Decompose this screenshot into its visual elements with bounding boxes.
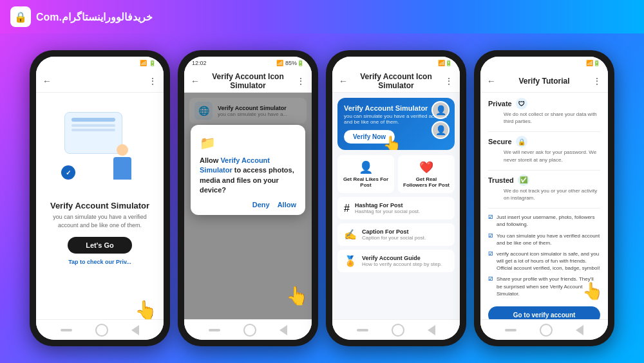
phone-4: 📶🔋 ← Verify Tutorial ⋮ Private 🛡 We do n…: [474, 50, 614, 346]
folder-icon: 📁: [200, 135, 296, 151]
menu-icon[interactable]: ⋮: [148, 76, 157, 86]
privacy-text: Tap to check our: [68, 259, 116, 265]
check-icon-3: ☑: [488, 250, 493, 272]
phone-2-app-bar: ← Verify Account Icon Simulator ⋮: [184, 70, 312, 93]
phone-1-screen: 📶🔋 ← ⋮ ✓: [36, 57, 164, 340]
deny-button[interactable]: Deny: [252, 201, 270, 209]
divider-3: [488, 208, 600, 209]
permission-buttons: Deny Allow: [200, 201, 296, 209]
splash-illustration: ✓: [55, 106, 145, 196]
top-banner: 🔒 خریدفالووراینستاگرام.Com: [0, 0, 644, 33]
back-icon-4[interactable]: ←: [487, 76, 496, 86]
caption-title: Caption For Post: [362, 228, 426, 235]
card-line-1: [71, 118, 115, 122]
trusted-desc: We do not track you or your other activi…: [488, 187, 600, 201]
nav-home-2[interactable]: [243, 324, 256, 337]
feature-followers[interactable]: ❤️ Get Real Followers For Post: [398, 155, 455, 193]
menu-icon-4[interactable]: ⋮: [592, 76, 601, 86]
person-head: [117, 144, 128, 156]
phone-4-app-bar: ← Verify Tutorial ⋮: [480, 70, 608, 93]
caption-feature[interactable]: ✍️ Caption For Post Caption for your soc…: [337, 223, 455, 246]
banner-title: خریدفالووراینستاگرام.Com: [36, 11, 153, 23]
nav-back-4[interactable]: [576, 325, 583, 335]
nav-recents-3[interactable]: [357, 329, 368, 331]
check-icon-2: ☑: [488, 232, 493, 247]
back-icon-3[interactable]: ←: [339, 76, 348, 86]
status-icons-4: 📶🔋: [586, 60, 600, 66]
feature-likes[interactable]: 👤 Get Real Likes For Post: [337, 155, 394, 193]
back-icon-2[interactable]: ←: [191, 76, 200, 86]
nav-recents-4[interactable]: [505, 329, 516, 331]
private-badge: 🛡: [516, 98, 527, 109]
menu-icon-2[interactable]: ⋮: [296, 76, 305, 86]
promo-card: Verify Account Simulator you can simulat…: [337, 98, 455, 150]
point-2-text: You can simulate you have a verified acc…: [497, 232, 600, 247]
nav-recents-2[interactable]: [209, 329, 220, 331]
secure-title: Secure 🔒: [488, 136, 600, 147]
phone-3-screen: 📶🔋 ← Verify Account Icon Simulator ⋮ Ver…: [332, 57, 460, 340]
lock-icon: 🔒: [10, 6, 31, 27]
guide-sub: How to verify account step by step.: [362, 261, 442, 267]
phone-3-nav-bar: [332, 319, 460, 340]
nav-back-3[interactable]: [428, 325, 435, 335]
hashtag-icon: #: [344, 203, 350, 214]
permission-title: Allow Verify Account Simulator to access…: [200, 156, 296, 196]
nav-recents[interactable]: [61, 329, 72, 331]
guide-text: Verify Account Guide How to verify accou…: [362, 255, 442, 267]
divider-2: [488, 170, 600, 171]
lets-go-button[interactable]: Let's Go: [68, 237, 132, 254]
likes-icon: 👤: [359, 160, 373, 174]
verified-badge: ✓: [61, 165, 75, 180]
phone-3-content: Verify Account Simulator you can simulat…: [332, 93, 460, 319]
nav-back-2[interactable]: [279, 325, 287, 335]
phone-4-nav-bar: [480, 319, 608, 340]
followers-icon: ❤️: [419, 160, 433, 174]
guide-feature[interactable]: 🏅 Verify Account Guide How to verify acc…: [337, 250, 455, 272]
phone-4-title: Verify Tutorial: [496, 77, 592, 86]
phone-3-app-bar: ← Verify Account Icon Simulator ⋮: [332, 70, 460, 93]
private-desc: We do not collect or share your data wit…: [488, 111, 600, 125]
phone-1-nav-bar: [36, 319, 164, 340]
trusted-title: Trusted ✅: [488, 174, 600, 186]
permission-dialog: 📁 Allow Verify Account Simulator to acce…: [191, 125, 305, 215]
allow-button[interactable]: Allow: [278, 201, 296, 209]
card-line-2: [71, 124, 115, 127]
splash-title: Verify Account Simulator: [50, 201, 149, 210]
nav-home[interactable]: [95, 324, 108, 337]
menu-icon-3[interactable]: ⋮: [444, 76, 453, 86]
privacy-url[interactable]: Priv...: [116, 259, 131, 265]
promo-hand-icon: 👆: [383, 135, 402, 150]
nav-home-3[interactable]: [392, 324, 404, 337]
trusted-badge: ✅: [518, 174, 529, 186]
hashtag-title: Hashtag For Post: [355, 202, 420, 209]
hashtag-feature[interactable]: # Hashtag For Post Hashtag for your soci…: [337, 197, 455, 219]
point-1: ☑ Just insert your username, photo, foll…: [488, 214, 600, 228]
phone-1-content: ✓ Verify Account Simulator you can simul…: [36, 93, 164, 319]
person-body: [113, 157, 131, 180]
phone-3-status-bar: 📶🔋: [332, 57, 460, 70]
privacy-link[interactable]: Tap to check our Priv...: [68, 259, 131, 265]
go-to-verify-button[interactable]: Go to verify account: [488, 306, 600, 319]
nav-back[interactable]: [131, 325, 139, 335]
check-icon-4: ☑: [488, 275, 493, 297]
point-3: ☑ verify account icon simulator is safe,…: [488, 250, 600, 272]
caption-sub: Caption for your social post.: [362, 235, 426, 241]
hand-pointer-icon-4: 👆: [582, 281, 603, 301]
phone-3: 📶🔋 ← Verify Account Icon Simulator ⋮ Ver…: [326, 50, 466, 346]
avatar-1: 👤: [431, 101, 450, 119]
divider-1: [488, 131, 600, 132]
phone-4-status-bar: 📶🔋: [480, 57, 608, 70]
caption-icon: ✍️: [344, 228, 357, 241]
check-icon-1: ☑: [488, 214, 493, 228]
hand-pointer-icon: 👆: [135, 299, 157, 321]
back-icon[interactable]: ←: [43, 76, 52, 86]
phone-2-screen: 12:02 📶85%🔋 ← Verify Account Icon Simula…: [184, 57, 312, 340]
app-name-highlight: Verify Account Simulator: [200, 156, 270, 174]
private-title: Private 🛡: [488, 98, 600, 109]
point-2: ☑ You can simulate you have a verified a…: [488, 232, 600, 247]
nav-home-4[interactable]: [540, 324, 553, 337]
phone-2-title: Verify Account Icon Simulator: [200, 72, 296, 90]
private-section: Private 🛡 We do not collect or share you…: [488, 98, 600, 125]
promo-avatars: 👤 👤: [431, 101, 450, 139]
card-line-3: [71, 129, 115, 131]
